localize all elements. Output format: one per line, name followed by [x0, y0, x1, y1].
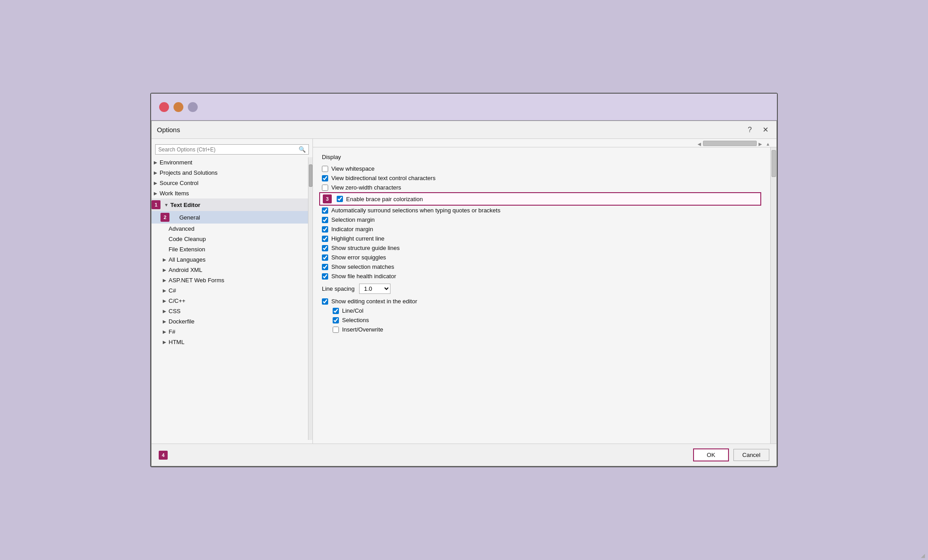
- right-scrollbar-thumb: [772, 150, 776, 177]
- checkbox-view-whitespace[interactable]: [322, 166, 328, 172]
- tree-badge-text-editor: 1: [152, 200, 160, 209]
- traffic-light-green[interactable]: [188, 102, 198, 112]
- left-tree-scrollbar[interactable]: [308, 157, 312, 440]
- tree-item-cpp[interactable]: ▶C/C++: [152, 296, 308, 306]
- label-indicator-margin: Indicator margin: [331, 226, 373, 233]
- sub-checkbox-line-col[interactable]: [333, 308, 339, 314]
- tree-label-general: General: [179, 214, 305, 221]
- tree-label-dockerfile: Dockerfile: [169, 318, 305, 325]
- close-button[interactable]: ✕: [760, 125, 771, 135]
- tree-item-html[interactable]: ▶HTML: [152, 337, 308, 347]
- checkbox-auto-surround[interactable]: [322, 207, 328, 214]
- tree-label-file-extension: File Extension: [169, 246, 305, 253]
- expand-icon-dockerfile: ▶: [160, 319, 169, 324]
- show-editing-context-checkbox[interactable]: [322, 298, 328, 305]
- checkbox-show-error-squiggles[interactable]: [322, 254, 328, 261]
- search-box[interactable]: 🔍: [155, 144, 309, 155]
- tree-item-source-control[interactable]: ▶Source Control: [152, 178, 308, 188]
- option-row-show-selection-matches: Show selection matches: [322, 262, 761, 271]
- tree-label-android-xml: Android XML: [169, 267, 305, 273]
- footer-badge: 4: [159, 451, 168, 460]
- dialog-titlebar: Options ? ✕: [152, 121, 776, 139]
- tree-label-all-languages: All Languages: [169, 256, 305, 263]
- label-enable-brace-colorization: Enable brace pair colorization: [346, 196, 423, 202]
- checkbox-indicator-margin[interactable]: [322, 226, 328, 233]
- expand-icon-source-control: ▶: [152, 181, 160, 185]
- option-row-show-error-squiggles: Show error squiggles: [322, 253, 761, 262]
- tree-item-android-xml[interactable]: ▶Android XML: [152, 265, 308, 275]
- tree-label-text-editor: Text Editor: [170, 202, 305, 208]
- tree-badge-general: 2: [160, 213, 169, 222]
- search-icon: 🔍: [299, 146, 306, 153]
- sub-checkbox-selections[interactable]: [333, 317, 339, 323]
- sub-option-row-selections: Selections: [333, 315, 761, 325]
- right-scroll-area[interactable]: Display View whitespaceView bidirectiona…: [313, 147, 770, 444]
- tree-item-dockerfile[interactable]: ▶Dockerfile: [152, 316, 308, 327]
- tree-item-all-languages[interactable]: ▶All Languages: [152, 254, 308, 265]
- search-input[interactable]: [158, 146, 299, 153]
- label-view-bidi: View bidirectional text control characte…: [331, 175, 435, 181]
- option-row-enable-brace-colorization: 3Enable brace pair colorization: [319, 192, 761, 206]
- tree-item-code-cleanup[interactable]: Code Cleanup: [152, 234, 308, 244]
- label-view-whitespace: View whitespace: [331, 165, 375, 172]
- tree-item-css[interactable]: ▶CSS: [152, 306, 308, 316]
- expand-icon-android-xml: ▶: [160, 267, 169, 272]
- tree-item-csharp[interactable]: ▶C#: [152, 285, 308, 296]
- option-row-indicator-margin: Indicator margin: [322, 224, 761, 234]
- label-highlight-current-line: Highlight current line: [331, 235, 385, 242]
- scroll-up-arrow[interactable]: ▲: [766, 142, 770, 146]
- traffic-light-red[interactable]: [159, 102, 169, 112]
- label-selection-margin: Selection margin: [331, 216, 375, 223]
- option-row-selection-margin: Selection margin: [322, 215, 761, 224]
- display-section-label: Display: [322, 154, 761, 160]
- line-spacing-row: Line spacing 1.01.52.0: [322, 284, 761, 294]
- tree-item-projects-solutions[interactable]: ▶Projects and Solutions: [152, 168, 308, 178]
- checkbox-show-file-health[interactable]: [322, 273, 328, 280]
- expand-icon-all-languages: ▶: [160, 257, 169, 262]
- checkbox-show-selection-matches[interactable]: [322, 264, 328, 270]
- traffic-light-yellow[interactable]: [173, 102, 183, 112]
- tree-item-work-items[interactable]: ▶Work Items: [152, 188, 308, 198]
- tree-item-file-extension[interactable]: File Extension: [152, 244, 308, 254]
- line-spacing-select[interactable]: 1.01.52.0: [359, 284, 390, 294]
- option-row-auto-surround: Automatically surround selections when t…: [322, 206, 761, 215]
- checkbox-show-structure-guidelines[interactable]: [322, 245, 328, 251]
- ok-button[interactable]: OK: [693, 448, 729, 461]
- checkbox-highlight-current-line[interactable]: [322, 236, 328, 242]
- tree-label-html: HTML: [169, 339, 305, 345]
- tree-item-general[interactable]: 2General: [152, 211, 308, 224]
- scroll-left-arrow[interactable]: ◀: [698, 142, 701, 146]
- tree-label-projects-solutions: Projects and Solutions: [160, 169, 305, 176]
- tree-item-aspnet-web-forms[interactable]: ▶ASP.NET Web Forms: [152, 275, 308, 285]
- tree-item-environment[interactable]: ▶Environment: [152, 157, 308, 168]
- label-show-structure-guidelines: Show structure guide lines: [331, 245, 399, 251]
- help-button[interactable]: ?: [745, 125, 755, 135]
- line-spacing-label: Line spacing: [322, 285, 355, 292]
- checkbox-selection-margin[interactable]: [322, 217, 328, 223]
- tree-label-environment: Environment: [160, 159, 305, 166]
- dialog-title: Options: [157, 126, 180, 134]
- label-show-selection-matches: Show selection matches: [331, 263, 394, 270]
- cancel-button[interactable]: Cancel: [733, 449, 769, 461]
- expand-icon-projects-solutions: ▶: [152, 170, 160, 175]
- dialog-footer: 4 OK Cancel ◢: [152, 444, 776, 466]
- checkbox-view-zero-width[interactable]: [322, 185, 328, 191]
- sub-checkbox-insert-overwrite[interactable]: [333, 327, 339, 333]
- checkbox-enable-brace-colorization[interactable]: [337, 196, 343, 202]
- option-row-highlight-current-line: Highlight current line: [322, 234, 761, 243]
- scroll-right-arrow[interactable]: ▶: [759, 142, 762, 146]
- tree-label-advanced: Advanced: [169, 225, 305, 232]
- expand-icon-text-editor: ▼: [162, 202, 170, 207]
- label-show-error-squiggles: Show error squiggles: [331, 254, 386, 261]
- tree-label-source-control: Source Control: [160, 180, 305, 186]
- right-pane: ◀ ▶ ▲ Display View whitespaceView bidire…: [313, 139, 776, 444]
- tree-item-fsharp[interactable]: ▶F#: [152, 327, 308, 337]
- option-row-show-structure-guidelines: Show structure guide lines: [322, 243, 761, 253]
- right-scrollbar[interactable]: [770, 147, 776, 444]
- tree-item-advanced[interactable]: Advanced: [152, 224, 308, 234]
- tree-container: ▶Environment▶Projects and Solutions▶Sour…: [152, 157, 308, 440]
- checkbox-view-bidi[interactable]: [322, 175, 328, 181]
- dialog-body: 🔍 ▶Environment▶Projects and Solutions▶So…: [152, 139, 776, 444]
- tree-item-text-editor[interactable]: 1▼Text Editor: [152, 198, 308, 211]
- expand-icon-css: ▶: [160, 309, 169, 314]
